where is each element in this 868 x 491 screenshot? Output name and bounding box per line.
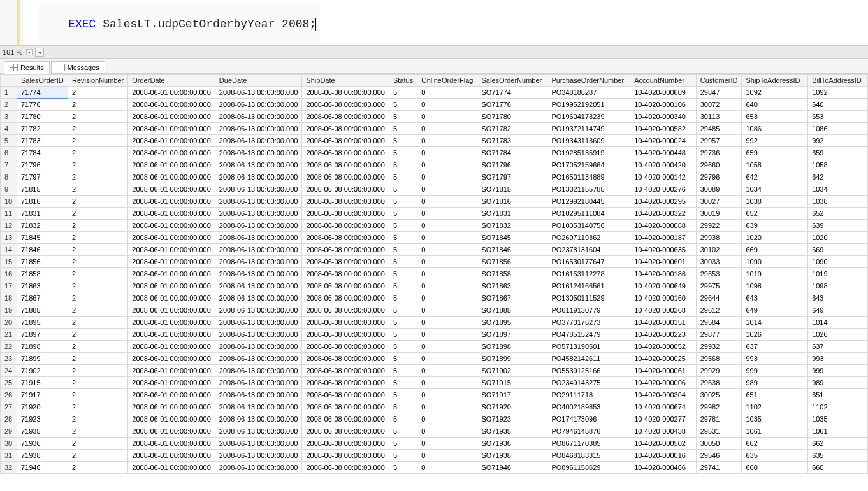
- cell[interactable]: 10-4020-000601: [630, 256, 697, 268]
- cell[interactable]: 10-4020-000088: [630, 220, 697, 232]
- cell[interactable]: 649: [808, 304, 868, 317]
- column-header[interactable]: CustomerID: [696, 75, 742, 87]
- cell[interactable]: 637: [808, 341, 868, 353]
- cell[interactable]: 993: [808, 353, 868, 365]
- cell[interactable]: 2008-06-13 00:00:00.000: [215, 244, 302, 256]
- cell[interactable]: 651: [808, 389, 868, 401]
- cell[interactable]: 643: [808, 292, 868, 304]
- cell[interactable]: 10-4020-000142: [630, 171, 697, 183]
- cell[interactable]: 2008-06-01 00:00:00.000: [128, 256, 215, 268]
- cell[interactable]: 2: [68, 365, 127, 377]
- cell[interactable]: 30089: [696, 183, 742, 196]
- cell[interactable]: 2008-06-13 00:00:00.000: [215, 183, 302, 196]
- cell[interactable]: 10-4020-000649: [630, 280, 697, 292]
- cell[interactable]: 2008-06-08 00:00:00.000: [302, 256, 389, 268]
- cell[interactable]: 992: [808, 135, 868, 147]
- cell[interactable]: 29660: [696, 159, 742, 171]
- cell[interactable]: PO5713190501: [547, 341, 630, 353]
- cell[interactable]: PO8961158629: [547, 462, 630, 474]
- cell[interactable]: 2008-06-01 00:00:00.000: [128, 232, 215, 244]
- cell[interactable]: 2: [68, 244, 127, 256]
- table-row[interactable]: 167185822008-06-01 00:00:00.0002008-06-1…: [1, 268, 868, 280]
- cell[interactable]: SO71816: [477, 196, 547, 208]
- cell[interactable]: 2008-06-01 00:00:00.000: [128, 401, 215, 413]
- cell[interactable]: SO71917: [477, 389, 547, 401]
- cell[interactable]: SO71867: [477, 292, 547, 304]
- cell[interactable]: 5: [389, 341, 417, 353]
- cell[interactable]: 5: [389, 377, 417, 389]
- cell[interactable]: 0: [417, 292, 477, 304]
- cell[interactable]: 5: [389, 159, 417, 171]
- cell[interactable]: 2008-06-08 00:00:00.000: [302, 87, 389, 99]
- cell[interactable]: 2: [68, 317, 127, 329]
- cell[interactable]: 2008-06-13 00:00:00.000: [215, 171, 302, 183]
- cell[interactable]: 2: [68, 377, 127, 389]
- cell[interactable]: 5: [389, 123, 417, 135]
- cell[interactable]: 659: [808, 147, 868, 159]
- cell[interactable]: 5: [389, 147, 417, 159]
- cell[interactable]: PO2349143275: [547, 377, 630, 389]
- cell[interactable]: 2: [68, 280, 127, 292]
- column-header[interactable]: AccountNumber: [630, 75, 697, 87]
- cell[interactable]: 2: [68, 401, 127, 413]
- cell[interactable]: PO8671170385: [547, 438, 630, 450]
- cell[interactable]: 5: [389, 196, 417, 208]
- cell[interactable]: 2: [68, 389, 127, 401]
- cell[interactable]: 0: [417, 329, 477, 341]
- cell[interactable]: PO29111718: [547, 389, 630, 401]
- cell[interactable]: SO71863: [477, 280, 547, 292]
- cell[interactable]: 71935: [17, 425, 68, 438]
- cell[interactable]: 1058: [742, 159, 808, 171]
- row-header[interactable]: 21: [1, 329, 17, 341]
- cell[interactable]: 2: [68, 425, 127, 438]
- cell[interactable]: 71863: [17, 280, 68, 292]
- cell[interactable]: 999: [808, 365, 868, 377]
- cell[interactable]: 71917: [17, 389, 68, 401]
- cell[interactable]: 635: [742, 450, 808, 462]
- cell[interactable]: 10-4020-000438: [630, 425, 697, 438]
- cell[interactable]: 0: [417, 425, 477, 438]
- cell[interactable]: 1014: [742, 317, 808, 329]
- row-header[interactable]: 27: [1, 401, 17, 413]
- cell[interactable]: 5: [389, 220, 417, 232]
- row-header[interactable]: 15: [1, 256, 17, 268]
- column-header[interactable]: SalesOrderNumber: [477, 75, 547, 87]
- cell[interactable]: 2008-06-08 00:00:00.000: [302, 244, 389, 256]
- cell[interactable]: 2008-06-08 00:00:00.000: [302, 183, 389, 196]
- cell[interactable]: 2008-06-13 00:00:00.000: [215, 438, 302, 450]
- column-header[interactable]: ShipDate: [302, 75, 389, 87]
- cell[interactable]: 71858: [17, 268, 68, 280]
- cell[interactable]: 71938: [17, 450, 68, 462]
- row-header[interactable]: 8: [1, 171, 17, 183]
- cell[interactable]: 0: [417, 353, 477, 365]
- cell[interactable]: 71885: [17, 304, 68, 317]
- cell[interactable]: 1092: [742, 87, 808, 99]
- cell[interactable]: PO10295111084: [547, 208, 630, 220]
- cell[interactable]: 2008-06-08 00:00:00.000: [302, 329, 389, 341]
- cell[interactable]: 660: [808, 462, 868, 474]
- cell[interactable]: 1061: [808, 425, 868, 438]
- cell[interactable]: 2008-06-13 00:00:00.000: [215, 220, 302, 232]
- cell[interactable]: SO71946: [477, 462, 547, 474]
- cell[interactable]: 2008-06-13 00:00:00.000: [215, 87, 302, 99]
- cell[interactable]: PO4785152479: [547, 329, 630, 341]
- cell[interactable]: 0: [417, 304, 477, 317]
- row-header[interactable]: 4: [1, 123, 17, 135]
- cell[interactable]: 2: [68, 268, 127, 280]
- cell[interactable]: 637: [742, 341, 808, 353]
- row-header[interactable]: 14: [1, 244, 17, 256]
- cell[interactable]: 5: [389, 329, 417, 341]
- cell[interactable]: 2008-06-13 00:00:00.000: [215, 99, 302, 111]
- cell[interactable]: 2008-06-01 00:00:00.000: [128, 220, 215, 232]
- cell[interactable]: 2008-06-01 00:00:00.000: [128, 123, 215, 135]
- cell[interactable]: 989: [808, 377, 868, 389]
- cell[interactable]: PO10353140756: [547, 220, 630, 232]
- cell[interactable]: 2: [68, 87, 127, 99]
- cell[interactable]: 2008-06-13 00:00:00.000: [215, 159, 302, 171]
- cell[interactable]: SO71783: [477, 135, 547, 147]
- cell[interactable]: 2008-06-01 00:00:00.000: [128, 196, 215, 208]
- cell[interactable]: 29982: [696, 401, 742, 413]
- cell[interactable]: 1038: [742, 196, 808, 208]
- cell[interactable]: 5: [389, 413, 417, 425]
- cell[interactable]: PO12992180445: [547, 196, 630, 208]
